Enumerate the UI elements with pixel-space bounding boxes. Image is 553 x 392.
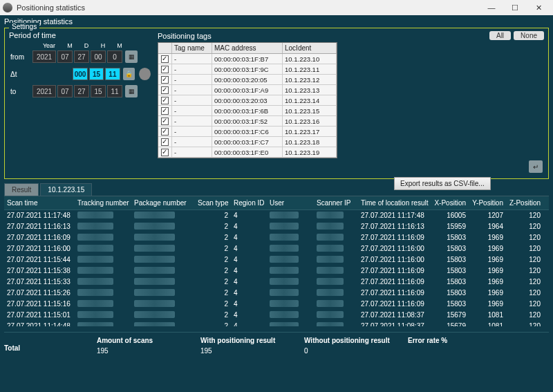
- col-y[interactable]: Y-Position: [469, 198, 506, 207]
- tag-mac-cell: 00:00:00:03:1F:B7: [212, 54, 283, 64]
- delta-lock-icon[interactable]: 🔒: [123, 68, 135, 80]
- tag-row[interactable]: -00:00:00:03:20:0510.1.223.12: [158, 75, 337, 85]
- delta-label: Δt: [9, 71, 32, 78]
- without-value: 0: [304, 347, 408, 355]
- tag-row[interactable]: -00:00:00:03:1F:C610.1.223.17: [158, 127, 337, 137]
- settings-panel: Settings Period of time Year M D H M fro…: [4, 28, 549, 179]
- col-scanner-ip[interactable]: Scanner IP: [314, 198, 358, 207]
- result-row[interactable]: 27.07.2021 11:15:382427.07.2021 11:16:09…: [4, 265, 549, 277]
- result-row[interactable]: 27.07.2021 11:15:442427.07.2021 11:16:00…: [4, 254, 549, 265]
- tag-checkbox[interactable]: [161, 76, 169, 84]
- from-min-input[interactable]: 0: [107, 50, 122, 63]
- minimize-button[interactable]: —: [480, 0, 503, 15]
- tag-loc-cell: 10.1.223.17: [283, 127, 337, 136]
- tag-checkbox[interactable]: [161, 55, 169, 63]
- tag-checkbox[interactable]: [161, 107, 169, 115]
- close-button[interactable]: ✕: [527, 0, 550, 15]
- from-hour-input[interactable]: 00: [91, 50, 106, 63]
- tag-name-cell: -: [172, 95, 212, 105]
- col-locident[interactable]: LocIdent: [283, 43, 337, 53]
- summary-panel: Total Amount of scans195 With positionin…: [4, 332, 549, 359]
- tag-name-cell: -: [172, 54, 212, 64]
- date-header: Year M D H M: [37, 42, 151, 49]
- settings-legend: Settings: [9, 23, 39, 30]
- total-label: Total: [4, 344, 20, 352]
- amount-value: 195: [97, 347, 200, 355]
- col-x[interactable]: X-Position: [431, 198, 469, 207]
- delta-day-input[interactable]: 000: [73, 68, 88, 80]
- col-package[interactable]: Package number: [131, 198, 195, 207]
- to-day-input[interactable]: 27: [74, 85, 89, 97]
- tag-loc-cell: 10.1.223.19: [283, 147, 337, 157]
- tag-name-cell: -: [172, 106, 212, 115]
- tag-checkbox[interactable]: [161, 128, 169, 136]
- tag-row[interactable]: -00:00:00:03:20:0310.1.223.14: [158, 95, 337, 106]
- to-calendar-icon[interactable]: ▦: [125, 85, 138, 97]
- app-icon: [3, 3, 12, 12]
- tab-result[interactable]: Result: [4, 183, 39, 196]
- tag-row[interactable]: -00:00:00:03:1F:9C10.1.223.11: [158, 64, 337, 75]
- from-day-input[interactable]: 27: [74, 50, 89, 63]
- to-hour-input[interactable]: 15: [91, 85, 106, 97]
- tag-checkbox[interactable]: [161, 66, 169, 73]
- tag-loc-cell: 10.1.223.18: [283, 137, 337, 147]
- result-row[interactable]: 27.07.2021 11:15:012427.07.2021 11:08:37…: [4, 310, 549, 321]
- col-tracking[interactable]: Tracking number: [75, 198, 131, 207]
- col-scan-time[interactable]: Scan time: [4, 198, 75, 207]
- col-region[interactable]: Region ID: [231, 198, 267, 207]
- maximize-button[interactable]: ☐: [503, 0, 527, 15]
- result-row[interactable]: 27.07.2021 11:14:482427.07.2021 11:08:37…: [4, 321, 549, 326]
- tag-mac-cell: 00:00:00:03:20:05: [212, 75, 283, 84]
- tag-name-cell: -: [172, 64, 212, 74]
- result-row[interactable]: 27.07.2021 11:16:132427.07.2021 11:16:13…: [4, 221, 549, 232]
- result-row[interactable]: 27.07.2021 11:17:482427.07.2021 11:17:48…: [4, 210, 549, 221]
- tag-mac-cell: 00:00:00:03:1F:9C: [212, 64, 283, 74]
- tag-name-cell: -: [172, 137, 212, 147]
- from-calendar-icon[interactable]: ▦: [125, 50, 138, 63]
- result-row[interactable]: 27.07.2021 11:16:092427.07.2021 11:16:09…: [4, 232, 549, 243]
- col-user[interactable]: User: [267, 198, 314, 207]
- panel-title: Positioning statistics: [0, 15, 553, 28]
- tag-checkbox[interactable]: [161, 118, 169, 125]
- tag-row[interactable]: -00:00:00:03:1F:C710.1.223.18: [158, 137, 337, 147]
- from-year-input[interactable]: 2021: [32, 50, 56, 63]
- tag-checkbox[interactable]: [161, 97, 169, 104]
- tag-mac-cell: 00:00:00:03:1F:52: [212, 116, 283, 126]
- tags-title: Positioning tags: [158, 32, 487, 40]
- delta-hour-input[interactable]: 15: [89, 68, 104, 80]
- tag-row[interactable]: -00:00:00:03:1F:6B10.1.223.15: [158, 106, 337, 116]
- tag-row[interactable]: -00:00:00:03:1F:B710.1.223.10: [158, 54, 337, 64]
- tag-row[interactable]: -00:00:00:03:1F:E010.1.223.19: [158, 147, 337, 158]
- tag-name-cell: -: [172, 147, 212, 157]
- result-row[interactable]: 27.07.2021 11:16:002427.07.2021 11:16:00…: [4, 243, 549, 254]
- col-tagname[interactable]: Tag name: [172, 43, 212, 53]
- tag-loc-cell: 10.1.223.11: [283, 64, 337, 74]
- col-time-loc[interactable]: Time of location result: [358, 198, 431, 207]
- to-month-input[interactable]: 07: [57, 85, 73, 97]
- apply-tags-icon[interactable]: ↵: [529, 160, 543, 173]
- delta-min-input[interactable]: 11: [105, 68, 120, 80]
- tag-row[interactable]: -00:00:00:03:1F:A910.1.223.13: [158, 85, 337, 95]
- tag-row[interactable]: -00:00:00:03:1F:5210.1.223.16: [158, 116, 337, 127]
- tag-checkbox[interactable]: [161, 86, 169, 94]
- col-mac[interactable]: MAC address: [212, 43, 283, 53]
- result-row[interactable]: 27.07.2021 11:15:332427.07.2021 11:16:09…: [4, 277, 549, 288]
- tab-ip[interactable]: 10.1.223.15: [40, 183, 92, 196]
- run-button[interactable]: [139, 68, 151, 80]
- tags-table: Tag name MAC address LocIdent -00:00:00:…: [158, 42, 337, 158]
- select-all-button[interactable]: All: [489, 31, 511, 40]
- col-z[interactable]: Z-Position: [506, 198, 543, 207]
- select-none-button[interactable]: None: [514, 31, 544, 40]
- tag-loc-cell: 10.1.223.16: [283, 116, 337, 126]
- tag-checkbox[interactable]: [161, 138, 169, 146]
- to-min-input[interactable]: 11: [107, 85, 122, 97]
- tag-checkbox[interactable]: [161, 149, 169, 156]
- with-value: 195: [200, 347, 304, 355]
- tag-name-cell: -: [172, 85, 212, 95]
- col-scan-type[interactable]: Scan type: [195, 198, 231, 207]
- result-row[interactable]: 27.07.2021 11:15:262427.07.2021 11:16:09…: [4, 288, 549, 299]
- to-year-input[interactable]: 2021: [32, 85, 56, 97]
- result-row[interactable]: 27.07.2021 11:15:162427.07.2021 11:16:09…: [4, 299, 549, 310]
- from-month-input[interactable]: 07: [57, 50, 73, 63]
- export-csv-button[interactable]: Export results as CSV-file...: [394, 177, 491, 190]
